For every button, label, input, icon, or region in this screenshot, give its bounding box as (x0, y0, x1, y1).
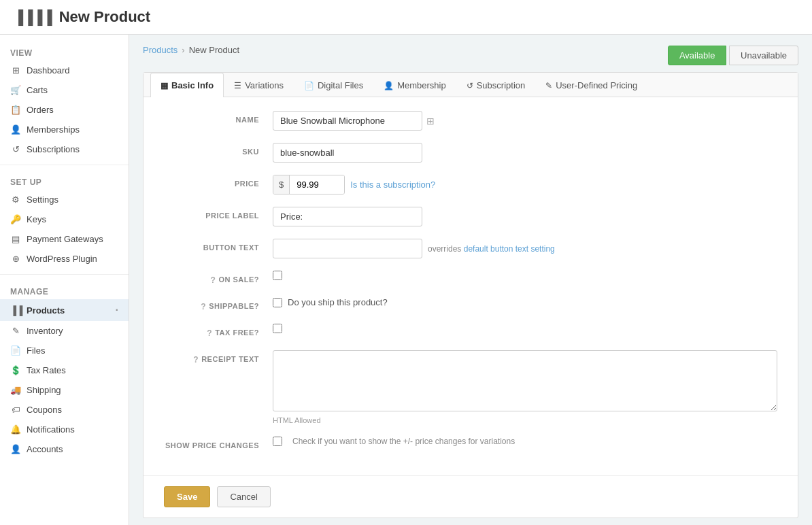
sidebar-item-subscriptions[interactable]: ↺ Subscriptions (0, 139, 129, 159)
available-button[interactable]: Available (668, 46, 727, 65)
user-defined-icon: ✎ (545, 81, 552, 90)
breadcrumb: Products › New Product (143, 45, 239, 55)
sidebar-item-label: Shipping (27, 385, 61, 395)
form-row-price: PRICE $ Is this a subscription? (164, 175, 777, 194)
price-input[interactable] (290, 175, 344, 194)
shippable-checkbox-label: Do you ship this product? (288, 297, 388, 307)
cancel-button[interactable]: Cancel (217, 486, 270, 507)
tab-variations[interactable]: ☰ Variations (224, 73, 294, 97)
sidebar-item-wordpress-plugin[interactable]: ⊕ WordPress Plugin (0, 249, 129, 269)
sidebar-item-label: Tax Rates (27, 365, 66, 375)
tab-subscription[interactable]: ↺ Subscription (456, 73, 536, 97)
price-label-input-wrap (273, 207, 777, 226)
page-header: ▐▐▐▐ New Product (0, 0, 812, 35)
tab-label: Basic Info (171, 80, 214, 90)
sidebar-item-keys[interactable]: 🔑 Keys (0, 209, 129, 229)
tax-free-checkbox[interactable] (273, 324, 282, 333)
sidebar-item-tax-rates[interactable]: 💲 Tax Rates (0, 360, 129, 380)
shippable-label: ? SHIPPABLE? (164, 297, 273, 311)
notifications-icon: 🔔 (10, 424, 21, 435)
sidebar-item-notifications[interactable]: 🔔 Notifications (0, 420, 129, 439)
price-label-input[interactable] (273, 207, 422, 226)
shippable-checkbox-wrap: Do you ship this product? (273, 297, 777, 307)
subscription-icon: ↺ (467, 81, 473, 90)
keys-icon: 🔑 (10, 214, 21, 224)
form-row-receipt-text: ? RECEIPT TEXT HTML Allowed (164, 350, 777, 424)
on-sale-help-icon[interactable]: ? (211, 275, 216, 285)
shippable-checkbox[interactable] (273, 298, 282, 307)
sidebar-item-label: Accounts (27, 444, 63, 454)
unavailable-button[interactable]: Unavailable (729, 46, 798, 65)
receipt-text-input[interactable] (273, 350, 777, 411)
sidebar-item-label: Notifications (27, 424, 75, 435)
sidebar-item-orders[interactable]: 📋 Orders (0, 100, 129, 120)
product-card: ▦ Basic Info ☰ Variations 📄 Digital File… (143, 72, 798, 518)
sidebar-section-setup: Set Up (0, 171, 129, 190)
main-content: Products › New Product Available Unavail… (129, 35, 812, 525)
sidebar-item-dashboard[interactable]: ⊞ Dashboard (0, 61, 129, 80)
tax-free-help-icon[interactable]: ? (207, 328, 212, 338)
tax-free-label: ? TAX FREE? (164, 324, 273, 338)
tab-basic-info[interactable]: ▦ Basic Info (150, 73, 224, 97)
form-body: NAME ⊞ SKU (143, 97, 798, 475)
price-label-label: PRICE LABEL (164, 207, 273, 220)
subscriptions-icon: ↺ (10, 144, 21, 154)
on-sale-checkbox[interactable] (273, 271, 282, 280)
sidebar-item-label: Subscriptions (27, 144, 80, 154)
price-input-wrap: $ Is this a subscription? (273, 175, 777, 194)
show-price-wrap: Check if you want to show the +/- price … (273, 437, 777, 446)
form-row-tax-free: ? TAX FREE? (164, 324, 777, 338)
sku-input[interactable] (273, 143, 422, 163)
tab-digital-files[interactable]: 📄 Digital Files (294, 73, 373, 97)
sidebar-item-label: Carts (27, 85, 48, 95)
sidebar-item-inventory[interactable]: ✎ Inventory (0, 321, 129, 341)
receipt-text-label: ? RECEIPT TEXT (164, 350, 273, 365)
default-button-text-link[interactable]: default button text setting (464, 244, 555, 254)
sidebar-item-accounts[interactable]: 👤 Accounts (0, 439, 129, 459)
form-row-sku: SKU (164, 143, 777, 163)
breadcrumb-link-products[interactable]: Products (143, 45, 177, 55)
sidebar: View ⊞ Dashboard 🛒 Carts 📋 Orders 👤 Memb… (0, 35, 129, 525)
button-text-input[interactable] (273, 239, 422, 258)
tab-membership[interactable]: 👤 Membership (373, 73, 456, 97)
tax-free-checkbox-wrap (273, 324, 777, 333)
inventory-icon: ✎ (10, 326, 21, 336)
sidebar-item-label: Coupons (27, 405, 62, 415)
name-edit-icon[interactable]: ⊞ (426, 116, 435, 126)
receipt-text-help-icon[interactable]: ? (193, 355, 199, 365)
sidebar-item-carts[interactable]: 🛒 Carts (0, 80, 129, 100)
receipt-text-input-wrap: HTML Allowed (273, 350, 777, 424)
show-price-label: SHOW PRICE CHANGES (164, 437, 273, 450)
form-row-shippable: ? SHIPPABLE? Do you ship this product? (164, 297, 777, 311)
sidebar-item-label: Keys (27, 214, 46, 224)
sidebar-item-label: Memberships (27, 124, 80, 135)
name-input[interactable] (273, 111, 422, 131)
subscription-link[interactable]: Is this a subscription? (350, 180, 435, 190)
sidebar-item-shipping[interactable]: 🚚 Shipping (0, 380, 129, 400)
accounts-icon: 👤 (10, 444, 21, 454)
form-row-price-label: PRICE LABEL (164, 207, 777, 226)
sidebar-item-files[interactable]: 📄 Files (0, 341, 129, 360)
sidebar-item-label: Settings (27, 194, 58, 205)
name-input-wrap: ⊞ (273, 111, 777, 131)
tab-user-defined-pricing[interactable]: ✎ User-Defined Pricing (535, 73, 647, 97)
sidebar-item-payment-gateways[interactable]: ▤ Payment Gateways (0, 229, 129, 249)
show-price-note: Check if you want to show the +/- price … (292, 437, 515, 446)
sidebar-item-settings[interactable]: ⚙ Settings (0, 190, 129, 209)
settings-icon: ⚙ (10, 194, 21, 205)
currency-symbol: $ (273, 175, 290, 194)
sidebar-item-coupons[interactable]: 🏷 Coupons (0, 400, 129, 420)
html-allowed-note: HTML Allowed (273, 416, 777, 424)
save-button[interactable]: Save (164, 486, 210, 507)
price-label: PRICE (164, 175, 273, 188)
availability-toggle: Available Unavailable (668, 46, 798, 65)
form-row-on-sale: ? ON SALE? (164, 271, 777, 285)
sidebar-item-label: Files (27, 345, 45, 356)
memberships-icon: 👤 (10, 124, 21, 135)
show-price-checkbox[interactable] (273, 437, 282, 446)
on-sale-checkbox-wrap (273, 271, 777, 280)
sidebar-item-memberships[interactable]: 👤 Memberships (0, 120, 129, 139)
sidebar-item-products[interactable]: ▐▐ Products · (0, 299, 129, 321)
sidebar-item-label: Inventory (27, 326, 63, 336)
shippable-help-icon[interactable]: ? (201, 302, 206, 311)
